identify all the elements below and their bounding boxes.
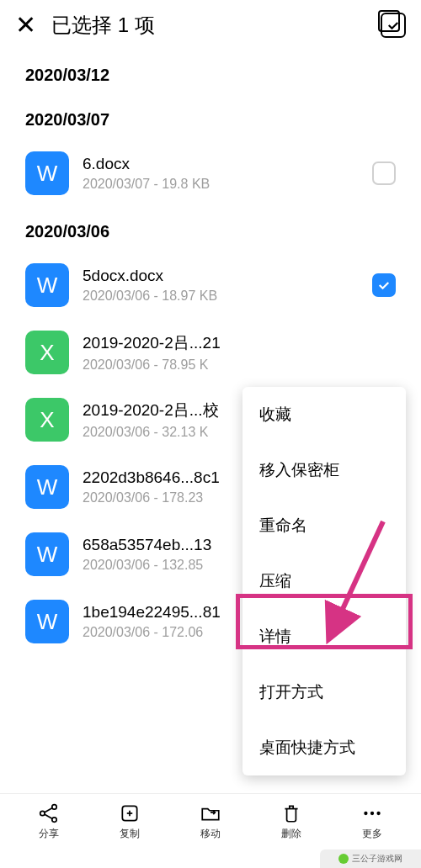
svg-line-5 (45, 814, 53, 818)
file-name: 5docx.docx (83, 267, 359, 285)
share-icon (38, 802, 60, 824)
move-button[interactable]: 移动 (200, 802, 221, 841)
select-all-toggle[interactable] (381, 13, 406, 38)
header-title: 已选择 1 项 (51, 12, 365, 39)
watermark: 三公子游戏网 (320, 849, 421, 868)
menu-item[interactable]: 桌面快捷方式 (242, 720, 406, 775)
file-row[interactable]: W5docx.docx2020/03/06 - 18.97 KB (0, 251, 421, 319)
share-button[interactable]: 分享 (38, 802, 60, 841)
word-icon: W (25, 532, 69, 576)
svg-point-11 (370, 812, 374, 815)
menu-item[interactable]: 收藏 (242, 387, 406, 442)
trash-icon (280, 802, 302, 824)
file-name: 2019-2020-2吕...21 (83, 332, 396, 354)
menu-item[interactable]: 移入保密柜 (242, 442, 406, 498)
file-checkbox[interactable] (372, 161, 396, 185)
copy-icon (119, 802, 141, 824)
svg-point-12 (376, 812, 380, 815)
excel-icon: X (25, 331, 69, 374)
date-header: 2020/03/06 (0, 207, 421, 251)
context-menu: 收藏移入保密柜重命名压缩详情打开方式桌面快捷方式 (242, 387, 406, 775)
file-meta: 2020/03/06 - 18.97 KB (83, 288, 359, 304)
file-row[interactable]: W6.docx2020/03/07 - 19.8 KB (0, 140, 421, 207)
menu-item[interactable]: 压缩 (242, 553, 406, 609)
file-row[interactable]: X2019-2020-2吕...212020/03/06 - 78.95 K (0, 319, 421, 386)
bottom-toolbar: 分享 复制 移动 删除 更多 (0, 793, 421, 849)
more-button[interactable]: 更多 (361, 802, 383, 841)
word-icon: W (25, 465, 69, 509)
more-icon (361, 802, 383, 824)
file-name: 6.docx (83, 155, 359, 173)
excel-icon: X (25, 398, 69, 442)
file-meta: 2020/03/06 - 78.95 K (83, 357, 396, 373)
file-meta: 2020/03/07 - 19.8 KB (83, 177, 359, 192)
close-icon[interactable]: ✕ (15, 13, 36, 38)
menu-item[interactable]: 详情 (242, 609, 406, 664)
date-header: 2020/03/12 (0, 50, 421, 95)
menu-item[interactable]: 打开方式 (242, 664, 406, 720)
date-header: 2020/03/07 (0, 95, 421, 140)
word-icon: W (25, 263, 69, 307)
delete-button[interactable]: 删除 (280, 802, 302, 841)
copy-button[interactable]: 复制 (119, 802, 141, 841)
menu-item[interactable]: 重命名 (242, 498, 406, 553)
svg-point-10 (364, 812, 367, 815)
file-checkbox[interactable] (372, 273, 396, 297)
word-icon: W (25, 151, 69, 195)
svg-line-4 (45, 808, 53, 812)
move-icon (200, 802, 221, 824)
word-icon: W (25, 600, 69, 643)
